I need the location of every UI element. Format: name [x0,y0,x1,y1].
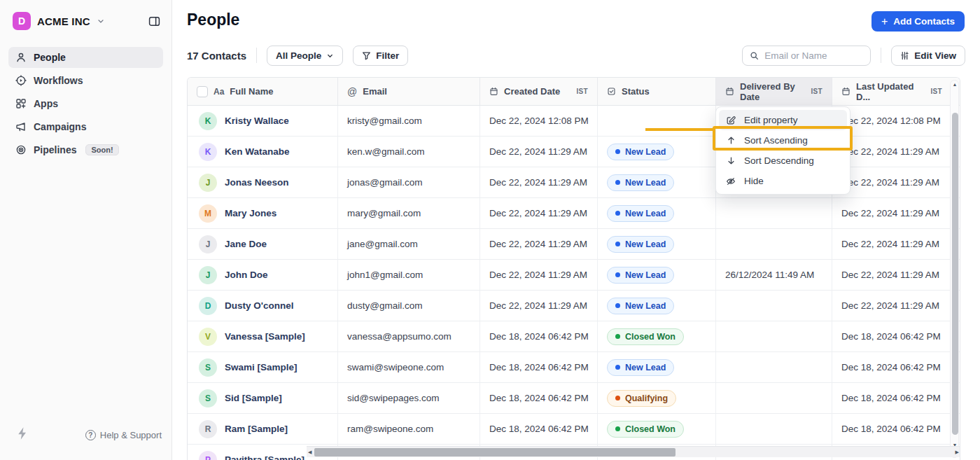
status-cell[interactable]: Closed Won [598,321,716,351]
table-row[interactable]: MMary Jonesmary@gmail.comDec 22, 2024 11… [188,198,960,229]
table-row[interactable]: RRam [Sample]ram@swipeone.comDec 18, 202… [188,414,960,445]
delivered-by-date-cell[interactable] [716,352,832,382]
delivered-by-date-cell[interactable] [716,414,832,444]
email-cell[interactable]: swami@swipeone.com [338,352,480,382]
table-row[interactable]: JJohn Doejohn1@gmail.comDec 22, 2024 11:… [188,260,960,291]
vertical-scrollbar-thumb[interactable] [952,113,958,435]
last-updated-cell[interactable]: Dec 22, 2024 11:29 AM [832,198,951,228]
created-date-cell[interactable]: Dec 22, 2024 11:29 AM [480,137,598,167]
workspace-header[interactable]: D ACME INC [0,0,172,39]
delivered-by-date-cell[interactable] [716,291,832,321]
last-updated-cell[interactable]: Dec 22, 2024 11:29 AM [832,229,951,259]
contact-name[interactable]: Kristy Wallace [225,116,289,126]
email-cell[interactable]: jane@gmail.com [338,229,480,259]
full-name-cell[interactable]: JJohn Doe [188,260,338,290]
full-name-cell[interactable]: KKristy Wallace [188,106,338,136]
table-row[interactable]: JJane Doejane@gmail.comDec 22, 2024 11:2… [188,229,960,260]
contact-name[interactable]: John Doe [225,270,268,280]
email-cell[interactable]: ram@swipeone.com [338,414,480,444]
status-cell[interactable]: New Lead [598,229,716,259]
status-cell[interactable] [598,106,716,136]
full-name-cell[interactable]: KKen Watanabe [188,137,338,167]
delivered-by-date-cell[interactable] [716,383,832,413]
contact-name[interactable]: Jane Doe [225,239,267,249]
created-date-cell[interactable]: Dec 18, 2024 06:42 PM [480,414,598,444]
delivered-by-date-cell[interactable]: 26/12/2024 11:49 AM [716,260,832,290]
full-name-cell[interactable]: RRam [Sample] [188,414,338,444]
email-cell[interactable]: john1@gmail.com [338,260,480,290]
last-updated-cell[interactable]: Dec 18, 2024 06:42 PM [832,352,951,382]
last-updated-cell[interactable]: Dec 18, 2024 06:42 PM [832,383,951,413]
created-date-cell[interactable]: Dec 18, 2024 06:42 PM [480,352,598,382]
scroll-up-arrow[interactable]: ▲ [951,82,959,87]
created-date-cell[interactable]: Dec 22, 2024 11:29 AM [480,229,598,259]
email-cell[interactable]: dusty@gmail.com [338,291,480,321]
contact-name[interactable]: Sid [Sample] [225,393,282,403]
sidebar-item-people[interactable]: People [8,47,163,68]
created-date-cell[interactable]: Dec 22, 2024 12:08 PM [480,106,598,136]
table-row[interactable]: SSwami [Sample]swami@swipeone.comDec 18,… [188,352,960,383]
status-cell[interactable]: New Lead [598,198,716,228]
search-input[interactable] [764,50,863,61]
email-cell[interactable]: ken.w@gmail.com [338,137,480,167]
email-cell[interactable]: vanessa@appsumo.com [338,321,480,351]
status-cell[interactable]: New Lead [598,352,716,382]
delivered-by-date-cell[interactable] [716,321,832,351]
contact-name[interactable]: Ken Watanabe [225,146,290,157]
status-cell[interactable]: New Lead [598,137,716,167]
created-date-cell[interactable]: Dec 22, 2024 11:29 AM [480,260,598,290]
table-row[interactable]: VVanessa [Sample]vanessa@appsumo.comDec … [188,321,960,352]
horizontal-scrollbar-thumb[interactable] [314,448,676,456]
full-name-cell[interactable]: SSid [Sample] [188,383,338,413]
created-date-cell[interactable]: Dec 22, 2024 11:29 AM [480,167,598,197]
created-date-cell[interactable]: Dec 18, 2024 06:42 PM [480,383,598,413]
edit-view-button[interactable]: Edit View [891,46,965,66]
column-header-email[interactable]: @Email [338,78,480,105]
column-header-last-updated-d[interactable]: Last Updated D...IST [832,78,951,105]
created-date-cell[interactable]: Dec 18, 2024 06:42 PM [480,321,598,351]
email-cell[interactable]: sid@swipepages.com [338,383,480,413]
created-date-cell[interactable]: Dec 22, 2024 11:29 AM [480,198,598,228]
column-header-full-name[interactable]: AaFull Name [188,78,338,105]
last-updated-cell[interactable]: Dec 18, 2024 06:42 PM [832,321,951,351]
delivered-by-date-cell[interactable] [716,198,832,228]
email-cell[interactable]: mary@gmail.com [338,198,480,228]
last-updated-cell[interactable]: Dec 18, 2024 06:42 PM [832,414,951,444]
column-header-status[interactable]: Status [598,78,716,105]
scroll-left-arrow[interactable]: ◀ [307,449,313,455]
sidebar-item-pipelines[interactable]: Pipelines Soon! [8,139,163,160]
search-box[interactable] [742,46,871,66]
contact-name[interactable]: Vanessa [Sample] [225,331,305,342]
contact-name[interactable]: Jonas Neeson [225,177,289,188]
menu-item-sort-descending[interactable]: Sort Descending [719,151,847,171]
status-cell[interactable]: New Lead [598,167,716,197]
vertical-scrollbar[interactable]: ▲ ▼ [950,80,959,458]
full-name-cell[interactable]: JJonas Neeson [188,167,338,197]
created-date-cell[interactable]: Dec 22, 2024 11:29 AM [480,291,598,321]
full-name-cell[interactable]: VVanessa [Sample] [188,321,338,351]
contact-name[interactable]: Ram [Sample] [225,424,288,434]
sidebar-item-workflows[interactable]: Workflows [8,70,163,91]
full-name-cell[interactable]: JJane Doe [188,229,338,259]
email-cell[interactable]: kristy@gmail.com [338,106,480,136]
status-cell[interactable]: Closed Won [598,414,716,444]
table-row[interactable]: SSid [Sample]sid@swipepages.comDec 18, 2… [188,383,960,414]
column-header-created-date[interactable]: Created DateIST [480,78,598,105]
view-selector-dropdown[interactable]: All People [267,46,343,66]
scroll-right-arrow[interactable]: ▶ [954,449,960,455]
status-cell[interactable]: Qualifying [598,383,716,413]
horizontal-scrollbar[interactable]: ◀ ▶ [307,446,960,457]
sidebar-item-apps[interactable]: Apps [8,93,163,114]
select-all-checkbox[interactable] [197,86,208,97]
full-name-cell[interactable]: DDusty O'connel [188,291,338,321]
last-updated-cell[interactable]: Dec 22, 2024 11:29 AM [832,291,951,321]
contact-name[interactable]: Dusty O'connel [225,300,293,311]
delivered-by-date-cell[interactable] [716,229,832,259]
filter-button[interactable]: Filter [353,46,408,66]
sidebar-item-campaigns[interactable]: Campaigns [8,116,163,137]
collapse-sidebar-icon[interactable] [148,15,160,27]
menu-item-sort-ascending[interactable]: Sort Ascending [719,130,847,151]
contact-name[interactable]: Pavithra [Sample] [225,454,304,460]
lightning-icon[interactable] [15,426,29,444]
contact-name[interactable]: Mary Jones [225,208,276,218]
